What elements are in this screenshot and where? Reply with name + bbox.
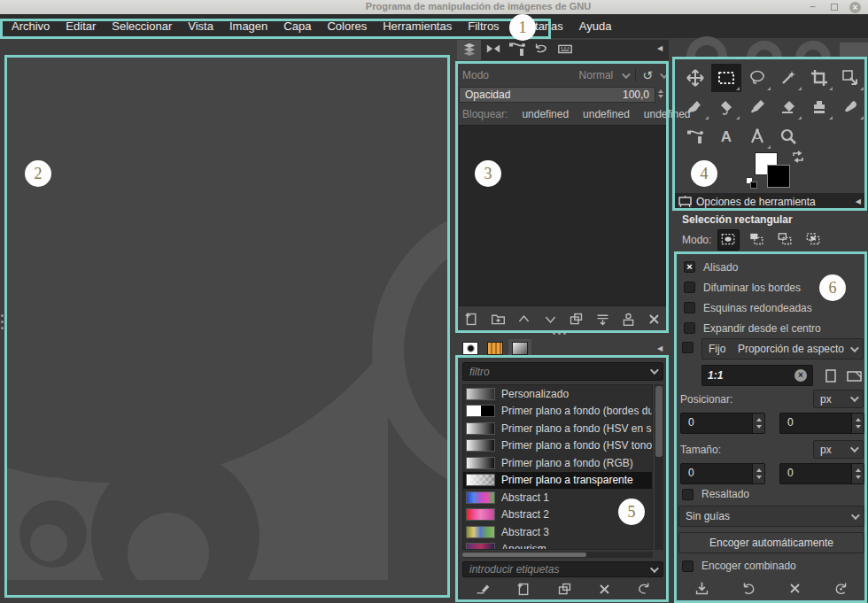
mode-subtract-button[interactable] <box>774 229 796 251</box>
menu-ayuda[interactable]: Ayuda <box>571 16 620 36</box>
undo-history-tab[interactable] <box>529 40 553 60</box>
free-select-tool[interactable] <box>742 64 772 92</box>
gradient-tags-input[interactable]: introducir etiquetas <box>462 561 663 577</box>
layers-tab[interactable] <box>457 40 481 60</box>
guides-combo[interactable]: Sin guías <box>678 506 864 527</box>
title-bar[interactable]: Programa de manipulación de imágenes de … <box>0 0 868 14</box>
gradient-item[interactable]: Primer plano a fondo (bordes duros) <box>463 403 652 421</box>
gradient-item[interactable]: Personalizado <box>463 385 652 403</box>
menu-editar[interactable]: Editar <box>58 16 104 36</box>
save-options-button[interactable] <box>694 581 709 596</box>
transform-tool[interactable] <box>835 64 865 92</box>
gradients-tab[interactable] <box>508 339 531 358</box>
lower-layer-button[interactable] <box>543 312 558 327</box>
edit-gradient-button[interactable] <box>476 582 491 597</box>
gradient-item[interactable]: Primer plano a fondo (HSV en sentido a <box>463 420 652 437</box>
new-layer-button[interactable] <box>464 312 479 327</box>
size-unit-combo[interactable]: px <box>813 440 864 459</box>
gradient-item[interactable]: Primer plano a fondo (RGB) <box>463 454 652 472</box>
lock-pixels-icon[interactable]: undefined <box>522 108 569 120</box>
raise-layer-button[interactable] <box>516 312 531 327</box>
image-canvas[interactable] <box>7 58 447 595</box>
zoom-tool[interactable] <box>773 122 803 151</box>
aspect-ratio-input[interactable]: 1:1 × <box>701 365 813 386</box>
dock-drag-handle[interactable] <box>1 314 4 332</box>
auto-shrink-button[interactable]: Encoger automáticamente <box>678 532 864 553</box>
layer-mode-chevron-icon[interactable] <box>622 70 631 79</box>
background-color-swatch[interactable] <box>767 165 790 188</box>
gradient-horizontal-scrollbar[interactable] <box>462 552 653 558</box>
layer-mode-reset-icon[interactable]: ↺ <box>642 69 653 81</box>
delete-layer-button[interactable] <box>647 313 661 326</box>
menu-capa[interactable]: Capa <box>275 16 319 36</box>
portrait-orientation-button[interactable] <box>822 367 840 384</box>
rectangle-select-tool[interactable] <box>711 64 741 92</box>
gradient-item[interactable]: Abstract 3 <box>463 523 652 541</box>
tool-options-tab-menu-button[interactable]: ◀ <box>856 197 861 205</box>
default-colors-icon[interactable] <box>746 177 758 189</box>
gradient-item[interactable]: Abstract 2 <box>463 506 652 524</box>
mode-intersect-button[interactable] <box>802 229 825 251</box>
duplicate-layer-button[interactable] <box>569 312 584 327</box>
gradient-item[interactable]: Aneurism <box>463 541 652 551</box>
paths-tool[interactable] <box>680 122 710 151</box>
new-gradient-button[interactable] <box>516 582 531 597</box>
paintbrush-tool[interactable] <box>711 93 741 121</box>
highlight-checkbox[interactable] <box>682 489 694 500</box>
brushes-tab[interactable] <box>459 339 482 358</box>
menu-herramientas[interactable]: Herramientas <box>375 16 460 36</box>
clear-ratio-icon[interactable]: × <box>794 369 807 382</box>
menu-filtros[interactable]: Filtros <box>460 16 507 36</box>
clone-tool[interactable] <box>804 93 834 121</box>
measure-tool[interactable] <box>742 122 772 151</box>
checkbox[interactable] <box>684 322 695 334</box>
device-status-tab[interactable] <box>553 40 577 60</box>
smudge-tool[interactable] <box>835 93 865 121</box>
close-button[interactable]: × <box>849 2 861 13</box>
eraser-tool[interactable] <box>773 93 803 121</box>
opacity-slider[interactable]: Opacidad 100,0 <box>459 87 655 103</box>
size-width-spinbox[interactable]: 0 <box>680 463 765 484</box>
fixed-combo[interactable]: Fijo Proporción de aspecto <box>701 338 864 359</box>
dock-resize-handle[interactable] <box>553 332 572 335</box>
layer-mode-value[interactable]: Normal <box>579 69 614 81</box>
menu-seleccionar[interactable]: Seleccionar <box>104 16 180 36</box>
menu-imagen[interactable]: Imagen <box>221 16 275 36</box>
text-tool[interactable]: A <box>711 122 741 151</box>
new-layer-group-button[interactable] <box>491 312 506 327</box>
anchor-layer-button[interactable] <box>621 312 636 327</box>
position-unit-combo[interactable]: px <box>813 390 864 408</box>
fuzzy-select-tool[interactable] <box>773 64 803 92</box>
lock-position-icon[interactable]: undefined <box>583 108 630 120</box>
delete-options-button[interactable] <box>788 582 802 595</box>
pencil-tool[interactable] <box>742 93 772 121</box>
minimize-button[interactable]: – <box>807 2 818 13</box>
fixed-checkbox[interactable] <box>682 342 694 353</box>
mode-replace-button[interactable] <box>717 229 740 251</box>
menu-colores[interactable]: Colores <box>319 16 375 36</box>
paths-tab[interactable] <box>505 40 529 60</box>
landscape-orientation-button[interactable] <box>843 368 864 384</box>
shrink-merged-checkbox[interactable] <box>682 560 694 572</box>
checkbox[interactable]: × <box>684 261 695 273</box>
gradient-item[interactable]: Primer plano a fondo (HSV tono en sent <box>463 437 652 455</box>
patterns-tab[interactable] <box>484 339 507 358</box>
channels-tab[interactable] <box>481 40 505 60</box>
opacity-spinner[interactable] <box>658 89 663 98</box>
gradient-vertical-scrollbar[interactable] <box>655 384 663 550</box>
tool-options-tab[interactable]: Opciones de herramienta ◀ <box>673 193 866 210</box>
duplicate-gradient-button[interactable] <box>557 582 572 597</box>
move-tool[interactable] <box>680 64 710 92</box>
delete-gradient-button[interactable] <box>598 583 611 596</box>
checkbox[interactable] <box>684 302 695 313</box>
reset-options-button[interactable] <box>833 581 849 596</box>
menu-vista[interactable]: Vista <box>180 16 221 36</box>
gradient-filter-input[interactable]: filtro <box>462 362 663 381</box>
position-y-spinbox[interactable]: 0 <box>779 413 864 434</box>
size-height-spinbox[interactable]: 0 <box>779 463 864 484</box>
refresh-gradients-button[interactable] <box>637 582 651 596</box>
checkbox[interactable] <box>684 282 695 293</box>
position-x-spinbox[interactable]: 0 <box>680 413 765 434</box>
swap-colors-icon[interactable] <box>792 151 804 166</box>
menu-ventanas[interactable]: Ventanas <box>508 16 571 36</box>
